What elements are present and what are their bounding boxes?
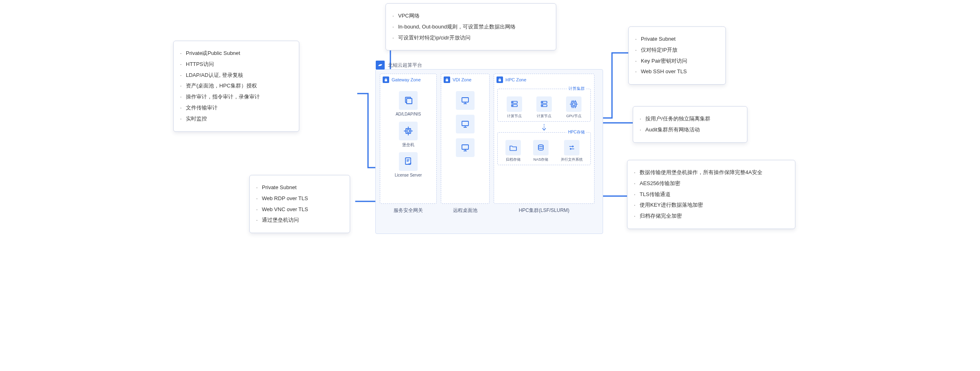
subzone-storage: HPC存储 归档存储 NAS存储 并行文件系统 xyxy=(497,132,591,165)
svg-rect-22 xyxy=(462,145,468,149)
server-icon xyxy=(507,96,522,112)
lock-icon xyxy=(497,76,503,83)
svg-point-32 xyxy=(542,102,543,103)
node-gpu: GPU节点 xyxy=(566,96,581,119)
svg-rect-7 xyxy=(407,130,409,132)
svg-rect-15 xyxy=(446,79,448,81)
svg-rect-19 xyxy=(462,121,468,126)
zone-gateway: Gateway Zone AD/LDAP/NIS 堡垒机 License Ser… xyxy=(380,74,437,204)
monitor-icon xyxy=(456,91,475,110)
node-bastion: 堡垒机 xyxy=(399,122,418,147)
svg-rect-16 xyxy=(462,98,468,102)
card-gateway-features: Private或Public Subnet HTTPS访问 LDAP/AD认证,… xyxy=(173,41,299,132)
node-vdi xyxy=(456,91,475,110)
zone-label-hpc: HPC集群(LSF/SLURM) xyxy=(494,207,595,214)
svg-rect-25 xyxy=(499,79,501,81)
database-icon xyxy=(533,140,549,155)
card-vpc: VPC网络 In-bound, Out-bound规则，可设置禁止数据出网络 可… xyxy=(385,3,556,50)
zone-hpc: HPC Zone 计算集群 计算节点 计算节点 GPU节点 xyxy=(494,74,595,204)
node-parallel-fs: 并行文件系统 xyxy=(561,140,583,162)
lock-icon xyxy=(444,76,450,83)
svg-point-29 xyxy=(512,105,513,106)
svg-rect-2 xyxy=(385,79,387,81)
transfer-icon xyxy=(564,140,579,155)
node-nas: NAS存储 xyxy=(533,140,549,162)
card-hpc-access: Private Subnet 仅对特定IP开放 Key Pair密钥对访问 We… xyxy=(628,26,726,85)
platform-panel: 北鲲云超算平台 Gateway Zone AD/LDAP/NIS 堡垒 xyxy=(375,69,603,234)
vpc-item: In-bound, Out-bound规则，可设置禁止数据出网络 xyxy=(392,23,549,31)
node-ad-ldap: AD/LDAP/NIS xyxy=(396,91,421,117)
node-compute: 计算节点 xyxy=(507,96,522,119)
zone-vdi: VDI Zone xyxy=(441,74,490,204)
svg-rect-4 xyxy=(407,98,412,104)
vpc-item: VPC网络 xyxy=(392,12,549,20)
svg-rect-35 xyxy=(573,103,575,105)
card-cluster-isolation: 按用户/任务的独立隔离集群 Audit集群所有网络活动 xyxy=(633,106,747,143)
server-icon xyxy=(536,96,552,112)
monitor-icon xyxy=(456,115,475,133)
chip-icon xyxy=(399,122,418,140)
subzone-compute: 计算集群 计算节点 计算节点 GPU节点 xyxy=(497,89,591,122)
monitor-icon xyxy=(456,138,475,157)
platform-logo-icon xyxy=(376,61,385,70)
svg-rect-6 xyxy=(406,129,411,133)
node-compute: 计算节点 xyxy=(536,96,552,119)
node-archive: 归档存储 xyxy=(505,140,521,162)
vpc-item: 可设置针对特定ip/cidr开放访问 xyxy=(392,34,549,42)
lock-icon xyxy=(383,76,389,83)
gpu-icon xyxy=(566,96,581,112)
folder-icon xyxy=(505,140,521,155)
doc-check-icon xyxy=(399,152,418,171)
card-vdi-access: Private Subnet Web RDP over TLS Web VNC … xyxy=(249,175,350,233)
zone-label-gateway: 服务安全网关 xyxy=(380,207,437,214)
node-vdi xyxy=(456,138,475,157)
svg-rect-34 xyxy=(571,102,576,107)
svg-point-28 xyxy=(512,102,513,103)
card-storage-security: 数据传输使用堡垒机操作，所有操作保障完整4A安全 AES256传输加密 TLS传… xyxy=(627,160,795,229)
node-vdi xyxy=(456,115,475,133)
stack-icon xyxy=(399,91,418,110)
node-license-server: License Server xyxy=(395,152,422,178)
svg-point-33 xyxy=(542,105,543,106)
platform-header: 北鲲云超算平台 xyxy=(376,61,422,70)
platform-title: 北鲲云超算平台 xyxy=(388,62,422,69)
zone-label-vdi: 远程桌面池 xyxy=(441,207,490,214)
svg-point-44 xyxy=(538,145,543,146)
arrow-down-icon xyxy=(541,123,547,131)
